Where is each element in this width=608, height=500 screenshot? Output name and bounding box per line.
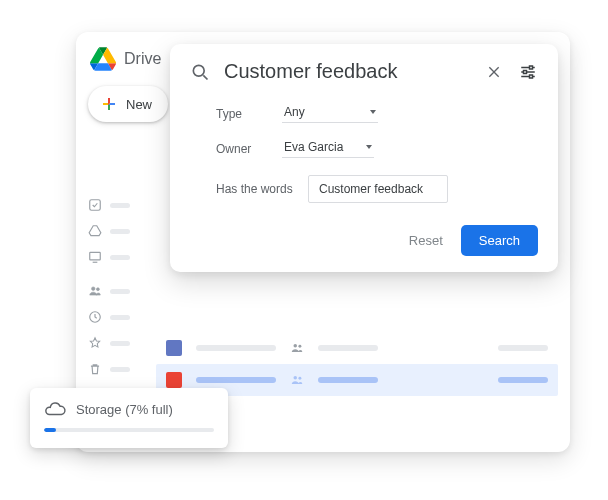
placeholder bbox=[498, 377, 548, 383]
chevron-down-icon bbox=[370, 110, 376, 114]
search-filters: Type Any Owner Eva Garcia Has the words … bbox=[190, 105, 538, 203]
star-icon bbox=[88, 336, 102, 350]
svg-rect-0 bbox=[90, 200, 101, 211]
shared-icon bbox=[290, 341, 304, 355]
svg-point-9 bbox=[193, 65, 204, 76]
sidebar bbox=[88, 198, 132, 376]
filter-owner-select[interactable]: Eva Garcia bbox=[282, 140, 374, 158]
filter-words-input[interactable]: Customer feedback bbox=[308, 175, 448, 203]
search-actions: Reset Search bbox=[190, 225, 538, 256]
placeholder bbox=[110, 229, 130, 234]
svg-point-3 bbox=[96, 288, 99, 291]
file-row[interactable] bbox=[156, 332, 558, 364]
chevron-down-icon bbox=[366, 145, 372, 149]
search-bar: Customer feedback bbox=[190, 60, 538, 83]
sidebar-item-starred[interactable] bbox=[88, 336, 132, 350]
svg-point-5 bbox=[294, 344, 298, 348]
svg-line-10 bbox=[203, 75, 207, 79]
svg-point-8 bbox=[298, 377, 301, 380]
file-list bbox=[156, 332, 558, 396]
check-square-icon bbox=[88, 198, 102, 212]
plus-icon bbox=[100, 95, 118, 113]
new-button[interactable]: New bbox=[88, 86, 168, 122]
app-name: Drive bbox=[124, 50, 161, 68]
placeholder bbox=[318, 345, 378, 351]
placeholder bbox=[318, 377, 378, 383]
search-input[interactable]: Customer feedback bbox=[224, 60, 470, 83]
sidebar-item-mydrive[interactable] bbox=[88, 224, 132, 238]
filter-type-row: Type Any bbox=[216, 105, 538, 123]
svg-rect-11 bbox=[530, 66, 533, 69]
placeholder bbox=[498, 345, 548, 351]
drive-logo-icon bbox=[90, 46, 116, 72]
storage-card[interactable]: Storage (7% full) bbox=[30, 388, 228, 448]
placeholder bbox=[196, 345, 276, 351]
shared-icon bbox=[290, 373, 304, 387]
people-icon bbox=[88, 284, 102, 298]
storage-bar-fill bbox=[44, 428, 56, 432]
storage-label: Storage (7% full) bbox=[76, 402, 173, 417]
storage-header: Storage (7% full) bbox=[44, 398, 214, 420]
svg-point-7 bbox=[294, 376, 298, 380]
file-type-icon bbox=[166, 372, 182, 388]
filter-type-select[interactable]: Any bbox=[282, 105, 378, 123]
computer-icon bbox=[88, 250, 102, 264]
tune-icon bbox=[519, 63, 537, 81]
filter-type-label: Type bbox=[216, 107, 278, 121]
file-type-icon bbox=[166, 340, 182, 356]
close-icon bbox=[486, 64, 502, 80]
sidebar-item-recent[interactable] bbox=[88, 310, 132, 324]
cloud-icon bbox=[44, 398, 66, 420]
filter-words-label: Has the words bbox=[216, 182, 304, 196]
svg-rect-12 bbox=[524, 70, 527, 73]
placeholder bbox=[110, 255, 130, 260]
placeholder bbox=[110, 367, 130, 372]
svg-point-2 bbox=[92, 287, 96, 291]
filter-owner-row: Owner Eva Garcia bbox=[216, 140, 538, 158]
sidebar-item-trash[interactable] bbox=[88, 362, 132, 376]
svg-point-6 bbox=[298, 345, 301, 348]
clear-button[interactable] bbox=[484, 62, 504, 82]
storage-bar bbox=[44, 428, 214, 432]
sidebar-item-priority[interactable] bbox=[88, 198, 132, 212]
clock-icon bbox=[88, 310, 102, 324]
search-icon bbox=[190, 62, 210, 82]
search-options-button[interactable] bbox=[518, 62, 538, 82]
placeholder bbox=[110, 203, 130, 208]
placeholder bbox=[110, 289, 130, 294]
drive-outline-icon bbox=[88, 224, 102, 238]
reset-button[interactable]: Reset bbox=[409, 233, 443, 248]
new-button-label: New bbox=[126, 97, 152, 112]
svg-rect-1 bbox=[90, 252, 101, 260]
search-button[interactable]: Search bbox=[461, 225, 538, 256]
placeholder bbox=[196, 377, 276, 383]
sidebar-item-computers[interactable] bbox=[88, 250, 132, 264]
svg-rect-13 bbox=[530, 75, 533, 78]
filter-words-row: Has the words Customer feedback bbox=[216, 175, 538, 203]
trash-icon bbox=[88, 362, 102, 376]
placeholder bbox=[110, 341, 130, 346]
filter-owner-label: Owner bbox=[216, 142, 278, 156]
search-panel: Customer feedback Type Any Owner Eva Gar… bbox=[170, 44, 558, 272]
sidebar-item-shared[interactable] bbox=[88, 284, 132, 298]
placeholder bbox=[110, 315, 130, 320]
